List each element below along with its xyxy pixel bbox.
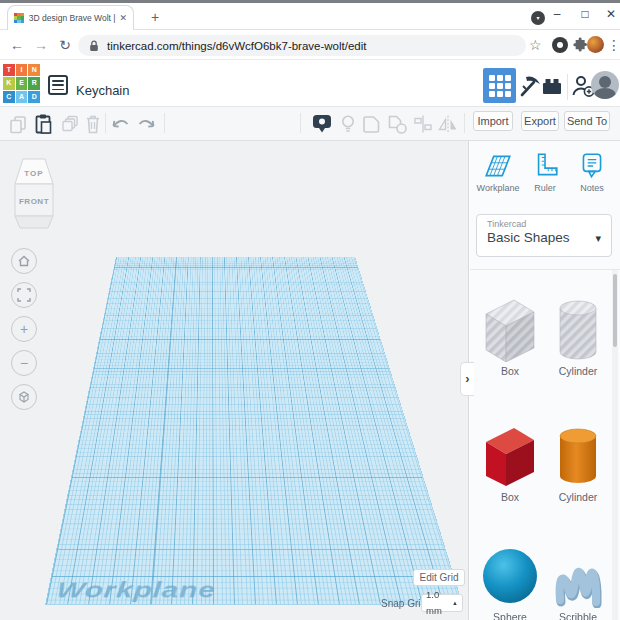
profile-avatar[interactable]	[587, 36, 604, 53]
shape-label: Sphere	[478, 611, 542, 620]
shape-library-dropdown[interactable]: Tinkercad Basic Shapes ▾	[476, 214, 612, 257]
workplane-grid[interactable]: Workplane	[45, 257, 463, 605]
toolbar-divider	[300, 113, 301, 133]
fit-view-icon	[17, 288, 31, 302]
chevron-down-icon: ▾	[595, 232, 601, 245]
tab-close-icon[interactable]: ✕	[119, 13, 127, 23]
shape-cylinder-solid[interactable]: Cylinder	[546, 424, 610, 503]
notes-tool-icon	[577, 151, 607, 181]
align-icon[interactable]	[412, 113, 434, 135]
export-button[interactable]: Export	[521, 111, 559, 131]
delete-icon[interactable]	[83, 113, 103, 135]
dashboard-grid-button[interactable]	[483, 68, 516, 103]
notes-tool[interactable]: Notes	[570, 151, 614, 193]
snap-grid-dropdown[interactable]: 1.0 mm ▲	[421, 594, 463, 612]
ruler-tool-label: Ruler	[523, 183, 567, 193]
workplane-watermark: Workplane	[54, 578, 215, 603]
sidebar-collapse-handle[interactable]: ›	[460, 362, 474, 396]
brick-icon[interactable]	[541, 76, 563, 96]
window-minimize-button[interactable]: –	[548, 5, 566, 23]
library-selected: Basic Shapes	[487, 230, 601, 245]
cylinder-hole-thumbnail	[546, 292, 610, 362]
browser-menu-icon[interactable]: ⋮	[607, 37, 620, 53]
mirror-icon[interactable]	[437, 113, 459, 135]
extensions-puzzle-icon[interactable]	[572, 37, 588, 53]
shape-label: Box	[478, 491, 542, 503]
workplane-tool[interactable]: Workplane	[476, 151, 520, 193]
copy-icon[interactable]	[8, 114, 28, 134]
shape-label: Cylinder	[546, 491, 610, 503]
snap-grid-value: 1.0 mm	[426, 587, 452, 619]
paste-icon[interactable]	[33, 113, 53, 135]
import-button[interactable]: Import	[473, 111, 513, 131]
browser-window: 3D design Brave Wolt | Tinkercad ✕ + ▾ –…	[0, 0, 620, 620]
box-hole-thumbnail	[478, 292, 542, 362]
shape-box-solid[interactable]: Box	[478, 424, 542, 503]
address-bar[interactable]: tinkercad.com/things/d6vWcfO6bk7-brave-w…	[78, 35, 526, 56]
shape-sphere[interactable]: Sphere	[478, 546, 542, 620]
extension-icon[interactable]	[552, 37, 568, 53]
fit-view-button[interactable]	[11, 282, 37, 308]
zoom-in-button[interactable]: +	[11, 316, 37, 342]
shape-cylinder-hole[interactable]: Cylinder	[546, 292, 610, 377]
cylinder-solid-thumbnail	[546, 424, 610, 488]
tinkercad-logo[interactable]: TINKERCAD	[3, 64, 40, 103]
redo-icon[interactable]	[137, 114, 157, 134]
duplicate-icon[interactable]	[60, 114, 80, 134]
edit-grid-button[interactable]: Edit Grid	[413, 569, 465, 586]
perspective-cube-icon	[17, 390, 31, 404]
toolbar-divider	[464, 113, 465, 133]
browser-tab[interactable]: 3D design Brave Wolt | Tinkercad ✕	[7, 5, 134, 30]
lock-icon	[88, 39, 100, 53]
reload-icon[interactable]: ↻	[56, 37, 74, 53]
window-close-button[interactable]: ✕	[602, 5, 620, 23]
back-icon[interactable]: ←	[8, 37, 26, 53]
bookmark-star-icon[interactable]: ☆	[529, 37, 542, 53]
forward-icon[interactable]: →	[32, 37, 50, 53]
sphere-thumbnail	[478, 546, 542, 608]
shape-label: Box	[478, 365, 542, 377]
ungroup-icon[interactable]	[386, 113, 408, 135]
ruler-tool-icon	[530, 151, 560, 181]
scribble-thumbnail	[546, 546, 610, 608]
design-canvas[interactable]: TOP FRONT + − Workplane	[0, 141, 468, 620]
zoom-out-button[interactable]: −	[11, 350, 37, 376]
tinker-pickaxe-icon[interactable]	[518, 73, 542, 99]
toolbar-divider	[164, 113, 165, 133]
design-title[interactable]: Keychain	[76, 83, 129, 98]
design-menu-icon[interactable]	[48, 75, 68, 95]
send-to-button[interactable]: Send To	[564, 111, 610, 131]
annotation-pin-icon[interactable]	[310, 112, 334, 136]
shape-label: Scribble	[546, 611, 610, 620]
snap-caret-icon: ▲	[452, 595, 458, 611]
library-brand: Tinkercad	[487, 219, 601, 229]
tab-title: 3D design Brave Wolt | Tinkercad	[29, 13, 118, 23]
workplane-tool-icon	[483, 151, 513, 181]
ruler-tool[interactable]: Ruler	[523, 151, 567, 193]
header-divider	[567, 74, 568, 100]
account-avatar[interactable]	[591, 71, 619, 99]
url-text: tinkercad.com/things/d6vWcfO6bk7-brave-w…	[107, 40, 367, 52]
home-icon	[17, 254, 31, 268]
shape-label: Cylinder	[546, 365, 610, 377]
toolbar-divider	[105, 113, 106, 133]
shape-box-hole[interactable]: Box	[478, 292, 542, 377]
home-view-button[interactable]	[11, 248, 37, 274]
notes-tool-label: Notes	[570, 183, 614, 193]
shield-icon[interactable]: ▾	[531, 11, 545, 25]
view-cube[interactable]: TOP FRONT	[10, 156, 58, 234]
grid-icon	[489, 75, 511, 97]
box-solid-thumbnail	[478, 424, 542, 488]
snap-grid-label: Snap Grid	[381, 598, 426, 609]
group-icon[interactable]	[361, 113, 383, 135]
shape-scribble[interactable]: Scribble	[546, 546, 610, 620]
tab-favicon	[14, 13, 24, 23]
perspective-toggle-button[interactable]	[11, 384, 37, 410]
view-cube-front-label: FRONT	[19, 197, 49, 206]
lightbulb-icon[interactable]	[337, 113, 359, 135]
window-maximize-button[interactable]: □	[576, 5, 594, 23]
new-tab-button[interactable]: +	[146, 9, 164, 27]
sidebar-scrollbar-thumb[interactable]	[613, 274, 617, 347]
undo-icon[interactable]	[110, 114, 130, 134]
workplane-tool-label: Workplane	[476, 183, 520, 193]
